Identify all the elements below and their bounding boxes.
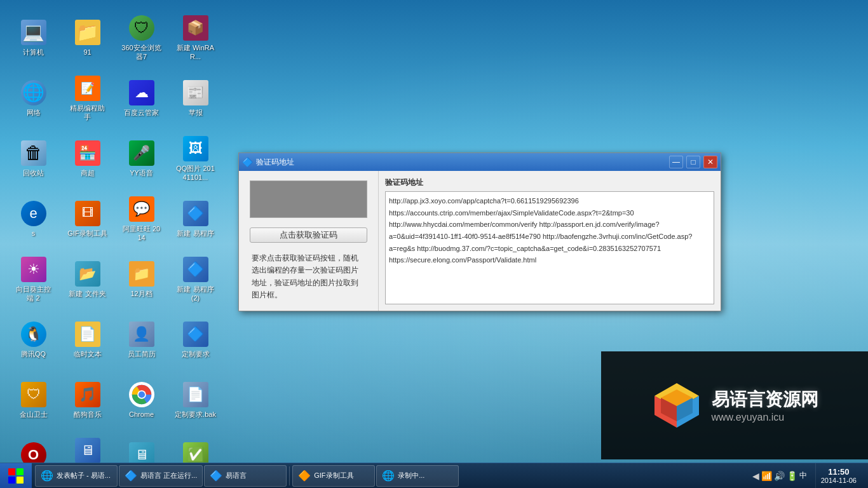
dialog-right-title: 验证码地址 [385,177,714,188]
taskbar-easy1-label: 易语言 正在运行... [140,471,197,480]
icon-qqpic[interactable]: 🖼 QQ图片 20141101... [172,130,219,187]
taskbar-right: ◀ 📶 🔊 🔋 中 11:50 2014-11-06 [741,463,868,488]
dingzhi-icon-img: 🔷 [183,322,208,347]
icon-tencent-label: 腾讯QQ [21,349,46,358]
icon-tencent[interactable]: 🐧 腾讯QQ [10,311,57,369]
icon-dingzhi[interactable]: 🔷 定制要求 [172,311,219,369]
chrome-icon-img [129,382,154,407]
systray-network-icon[interactable]: 📶 [761,471,772,481]
start-button[interactable] [0,463,32,489]
icon-winrar[interactable]: 📦 新建 WinRAR... [172,10,219,67]
taskbar-item-gif[interactable]: 🔶 GIF录制工具 [292,465,375,487]
captcha-button[interactable]: 点击获取验证码 [250,227,367,243]
desktop-icons-container: 💻 计算机 📁 91 🛡 360安全浏览器7 📦 新建 WinRAR... 🌐 … [6,6,226,488]
dialog-title-icon: 🔷 [242,157,253,167]
systray-battery-icon[interactable]: 🔋 [787,471,797,481]
icon-linshi[interactable]: 📄 临时文本 [64,311,111,369]
dialog-close-button[interactable]: ✕ [703,156,717,168]
icon-qqpic-label: QQ图片 20141101... [175,164,216,182]
svg-rect-10 [8,468,15,475]
easycontrol-icon-img: 📂 [75,261,100,287]
icon-linshi-label: 临时文本 [74,349,102,358]
icon-xiangrui-label: 向日葵主控端 2 [13,285,54,303]
jinshan-icon-img: 🛡 [21,382,46,407]
taskbar-easy2-icon: 🔷 [210,470,222,482]
svg-rect-13 [17,477,24,484]
icon-yuangong[interactable]: 👤 员工简历 [118,311,165,369]
icon-recycle[interactable]: 🗑 回收站 [10,130,57,187]
dialog-minimize-button[interactable]: — [669,156,683,168]
systray-volume-icon[interactable]: 🔊 [774,471,785,481]
baidu-icon-img: ☁ [129,80,154,105]
icon-360-label: 360安全浏览器7 [121,43,162,62]
icon-neweasy2-label: 新建 易程序 (2) [175,285,216,303]
icon-gif-label: GIF录制工具 [67,229,107,238]
icon-12yue-label: 12月档 [130,289,152,298]
clock-time: 11:50 [828,467,849,477]
taskbar-item-easy1[interactable]: 🔷 易语言 正在运行... [119,465,203,487]
dialog-body: 点击获取验证码 要求点击获取验证码按钮，随机选出编程的存量一次验证码图片地址，验… [239,171,721,311]
svg-point-3 [138,391,144,398]
icon-computer[interactable]: 💻 计算机 [10,10,57,67]
icon-shangchao[interactable]: 🏪 商超 [64,130,111,187]
systray-arrow-icon[interactable]: ◀ [752,471,759,481]
neweasy2-icon-img: 🔷 [183,257,208,282]
icon-neweasy[interactable]: 🔷 新建 易程序 [172,191,219,248]
taskbar-easy1-icon: 🔷 [125,470,137,482]
icon-360browser[interactable]: 🛡 360安全浏览器7 [118,10,165,67]
icon-baidu-label: 百度云管家 [124,108,159,117]
icon-jijia-label: 精易编程助手 [67,104,108,122]
icon-yy[interactable]: 🎤 YY语音 [118,130,165,187]
taskbar-clock[interactable]: 11:50 2014-11-06 [815,463,862,488]
taskbar-item-post[interactable]: 🌐 发表帖子 - 易语... [35,465,118,487]
icon-dingzhi2-label: 定制要求.bak [175,410,216,419]
neweasy-icon-img: 🔷 [183,201,208,226]
qqpic-icon-img: 🖼 [183,136,208,161]
icon-jinshan-label: 金山卫士 [20,410,48,419]
icon-gif[interactable]: 🎞 GIF录制工具 [64,191,111,248]
logo-main-text: 易语言资源网 [712,388,818,412]
icon-aliwang[interactable]: 💬 阿里旺旺 2014 [118,191,165,248]
shangchao-icon-img: 🏪 [75,140,100,166]
jijia-icon-img: 📝 [75,76,100,101]
icon-network-label: 网络 [27,108,41,117]
icon-jijia[interactable]: 📝 精易编程助手 [64,70,111,127]
icon-baidu[interactable]: ☁ 百度云管家 [118,70,165,127]
systray-ime-icon[interactable]: 中 [799,470,807,481]
icon-music[interactable]: 🎵 酷狗音乐 [64,372,111,429]
gif-icon-img: 🎞 [75,201,100,226]
icon-folder91[interactable]: 📁 91 [64,10,111,67]
taskbar-item-record[interactable]: 🌐 录制中... [376,465,459,487]
taskbar-separator [289,466,290,485]
logo-cube-icon [651,380,702,431]
music-icon-img: 🎵 [75,382,100,407]
system-tray: ◀ 📶 🔊 🔋 中 [747,463,812,488]
icon-network[interactable]: 🌐 网络 [10,70,57,127]
icon-ie[interactable]: e s [10,191,57,248]
icon-shangchao-label: 商超 [81,168,95,177]
icon-yy-label: YY语音 [130,168,153,177]
icon-xiangrui[interactable]: ☀ 向日葵主控端 2 [10,251,57,308]
taskbar-post-icon: 🌐 [41,470,53,482]
icon-jinshan[interactable]: 🛡 金山卫士 [10,372,57,429]
desktop: 💻 计算机 📁 91 🛡 360安全浏览器7 📦 新建 WinRAR... 🌐 … [0,0,868,488]
taskbar-item-easy2[interactable]: 🔷 易语言 [204,465,287,487]
dialog-maximize-button[interactable]: □ [686,156,700,168]
icon-chrome[interactable]: Chrome [118,372,165,429]
icon-12yue[interactable]: 📁 12月档 [118,251,165,308]
taskbar-gif-label: GIF录制工具 [314,471,353,480]
icon-easycontrol[interactable]: 📂 新建 文件夹 [64,251,111,308]
pingjing-icon-img: 📰 [183,80,208,105]
icon-yuangong-label: 员工简历 [128,349,156,358]
dialog-urls-textarea[interactable]: http://app.jx3.xoyo.com/app/captcha?t=0.… [385,191,714,304]
ie-icon-img: e [21,201,46,226]
taskbar-easy2-label: 易语言 [226,471,247,480]
icon-pingjing[interactable]: 📰 苹报 [172,70,219,127]
dialog-description: 要求点击获取验证码按钮，随机选出编程的存量一次验证码图片地址，验证码地址的图片拉… [248,252,369,301]
icon-neweasy2[interactable]: 🔷 新建 易程序 (2) [172,251,219,308]
icon-folder91-label: 91 [83,48,91,57]
yuangong-icon-img: 👤 [129,322,154,347]
icon-dingzhi2[interactable]: 📄 定制要求.bak [172,372,219,429]
taskbar-gif-icon: 🔶 [298,470,311,482]
icon-recycle-label: 回收站 [23,168,44,177]
